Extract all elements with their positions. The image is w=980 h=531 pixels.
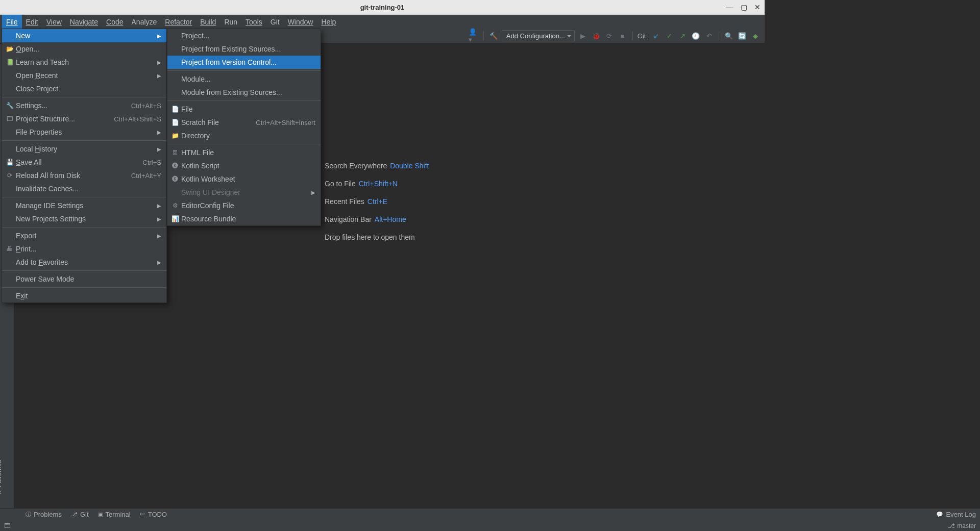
run-icon[interactable]: ▶ [578,31,588,41]
menu-item-label: Module from Existing Sources... [181,88,315,96]
checkout-icon[interactable]: 👤▾ [469,31,479,41]
search-icon[interactable]: 🔍 [724,31,734,41]
file-menu-item-open-recent[interactable]: Open Recent▶ [2,69,166,82]
menu-item-label: Kotlin Worksheet [181,175,315,183]
git-revert-icon[interactable]: ↶ [704,31,714,41]
file-menu-item-exit[interactable]: Exit [2,289,166,302]
separator [719,31,719,40]
titlebar: git-training-01 — ▢ ✕ [0,0,765,15]
new-menu-item-scratch-file[interactable]: 📄Scratch FileCtrl+Alt+Shift+Insert [167,116,321,129]
submenu-arrow-icon: ▶ [157,216,161,222]
submenu-arrow-icon: ▶ [157,33,161,39]
new-menu-item-module-from-existing-sources[interactable]: Module from Existing Sources... [167,86,321,99]
git-push-icon[interactable]: ↗ [677,31,688,41]
run-config-select[interactable]: Add Configuration... [502,30,575,41]
menu-item-icon: 📗 [5,59,14,66]
menu-file[interactable]: File [2,15,22,29]
menu-git[interactable]: Git [266,15,284,29]
stop-icon[interactable]: ■ [618,31,628,41]
menu-item-label: Invalidate Caches... [16,185,161,193]
submenu-arrow-icon: ▶ [157,146,161,152]
menu-refactor[interactable]: Refactor [161,15,196,29]
file-menu-item-project-structure[interactable]: 🗔Project Structure...Ctrl+Alt+Shift+S [2,112,166,125]
menu-item-icon: 🖶 [5,245,14,252]
new-menu-item-swing-ui-designer: Swing UI Designer▶ [167,186,321,199]
menu-run[interactable]: Run [220,15,241,29]
menu-item-icon: 💾 [5,159,14,166]
ide-icon[interactable]: ◆ [750,31,761,41]
menu-item-shortcut: Ctrl+Alt+Shift+S [114,115,161,123]
window-controls: — ▢ ✕ [726,3,761,11]
menu-item-label: HTML File [181,148,315,157]
menu-window[interactable]: Window [284,15,317,29]
menu-navigate[interactable]: Navigate [66,15,102,29]
new-menu-item-module[interactable]: Module... [167,72,321,86]
file-menu-item-learn-and-teach[interactable]: 📗Learn and Teach▶ [2,56,166,69]
menu-item-shortcut: Ctrl+Alt+Y [131,172,161,180]
menu-help[interactable]: Help [317,15,340,29]
file-menu-item-invalidate-caches[interactable]: Invalidate Caches... [2,182,166,195]
new-menu-item-html-file[interactable]: 🖺HTML File [167,146,321,159]
file-menu-item-reload-all-from-disk[interactable]: ⟳Reload All from DiskCtrl+Alt+Y [2,169,166,182]
coverage-icon[interactable]: ⟳ [604,31,615,41]
maximize-icon[interactable]: ▢ [741,3,747,11]
menu-item-label: New [16,32,157,40]
close-icon[interactable]: ✕ [754,3,761,11]
menubar: File Edit View Navigate Code Analyze Ref… [0,15,765,29]
menu-item-label: Export [16,232,157,240]
file-menu-item-file-properties[interactable]: File Properties▶ [2,125,166,139]
git-commit-icon[interactable]: ✓ [664,31,674,41]
menu-item-label: Close Project [16,85,161,93]
menu-tools[interactable]: Tools [241,15,266,29]
menu-item-label: Resource Bundle [181,215,315,223]
git-pull-icon[interactable]: ↙ [651,31,661,41]
menu-view[interactable]: View [42,15,66,29]
file-menu-dropdown: New▶📂Open...📗Learn and Teach▶Open Recent… [2,29,167,303]
menu-edit[interactable]: Edit [22,15,42,29]
menu-item-shortcut: Ctrl+S [143,159,161,166]
new-menu-item-resource-bundle[interactable]: 📊Resource Bundle [167,212,321,225]
menu-item-icon: 🅚 [170,175,180,183]
menu-item-label: Local History [16,145,157,153]
separator [2,140,166,141]
menu-item-label: Project... [181,32,315,40]
new-menu-item-editorconfig-file[interactable]: ⚙EditorConfig File [167,199,321,212]
hammer-icon[interactable]: 🔨 [488,31,499,41]
separator [2,270,166,271]
new-menu-item-project[interactable]: Project... [167,29,321,42]
file-menu-item-new-projects-settings[interactable]: New Projects Settings▶ [2,212,166,225]
menu-item-label: Open Recent [16,71,157,80]
menu-item-label: Open... [16,45,161,53]
file-menu-item-save-all[interactable]: 💾Save AllCtrl+S [2,156,166,169]
minimize-icon[interactable]: — [726,3,733,11]
menu-item-icon: 📊 [170,215,180,222]
new-menu-item-directory[interactable]: 📁Directory [167,129,321,142]
hint-nav-bar: Navigation BarAlt+Home [325,211,429,229]
file-menu-item-local-history[interactable]: Local History▶ [2,142,166,156]
menu-code[interactable]: Code [102,15,127,29]
new-menu-item-project-from-version-control[interactable]: Project from Version Control... [167,56,321,69]
welcome-hints: Search EverywhereDouble Shift Go to File… [325,157,429,246]
menu-analyze[interactable]: Analyze [128,15,161,29]
separator [2,227,166,227]
file-menu-item-close-project[interactable]: Close Project [2,82,166,95]
sync-icon[interactable]: 🔄 [737,31,747,41]
file-menu-item-power-save-mode[interactable]: Power Save Mode [2,272,166,286]
file-menu-item-export[interactable]: Export▶ [2,229,166,242]
new-menu-item-project-from-existing-sources[interactable]: Project from Existing Sources... [167,42,321,56]
file-menu-item-manage-ide-settings[interactable]: Manage IDE Settings▶ [2,199,166,212]
debug-icon[interactable]: 🐞 [591,31,601,41]
file-menu-item-new[interactable]: New▶ [2,29,166,42]
file-menu-item-print[interactable]: 🖶Print... [2,242,166,256]
new-menu-item-kotlin-script[interactable]: 🅚Kotlin Script [167,159,321,172]
file-menu-item-open[interactable]: 📂Open... [2,42,166,56]
file-menu-item-add-to-favorites[interactable]: Add to Favorites▶ [2,256,166,269]
file-menu-item-settings[interactable]: 🔧Settings...Ctrl+Alt+S [2,99,166,112]
new-menu-item-kotlin-worksheet[interactable]: 🅚Kotlin Worksheet [167,172,321,186]
menu-build[interactable]: Build [196,15,220,29]
menu-item-label: EditorConfig File [181,201,315,210]
menu-item-shortcut: Ctrl+Alt+S [131,102,161,110]
submenu-arrow-icon: ▶ [157,233,161,239]
git-history-icon[interactable]: 🕘 [691,31,701,41]
new-menu-item-file[interactable]: 📄File [167,103,321,116]
